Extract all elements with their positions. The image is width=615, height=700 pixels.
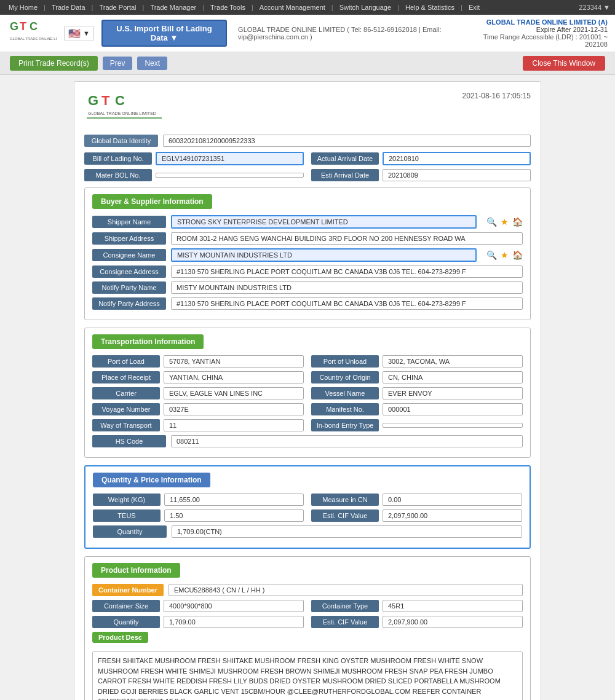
nav-exit[interactable]: Exit <box>465 4 483 11</box>
print-button-top[interactable]: Print Trade Record(s) <box>10 56 98 71</box>
account-expire: Expire After 2021-12-31 <box>482 26 608 33</box>
consignee-address-label: Consignee Address <box>92 265 166 278</box>
global-data-identity-value: 60032021081200009522333 <box>163 135 531 147</box>
global-data-identity-label: Global Data Identity <box>84 135 158 147</box>
buyer-supplier-section: Buyer & Supplier Information Shipper Nam… <box>84 187 531 320</box>
place-of-receipt-value: YANTIAN, CHINA <box>164 371 304 383</box>
port-of-unload-label: Port of Unload <box>311 355 379 368</box>
nav-trade-portal[interactable]: Trade Portal <box>95 4 140 11</box>
shipper-search-icon[interactable]: 🔍 <box>486 217 497 227</box>
product-quantity-value: 1,709.00 <box>164 616 304 628</box>
svg-text:C: C <box>30 20 38 33</box>
esti-cif-value: 2,097,900.00 <box>383 509 522 522</box>
prev-button-top[interactable]: Prev <box>103 57 133 70</box>
product-esti-cif-label: Esti. CIF Value <box>311 616 379 628</box>
voyage-number-label: Voyage Number <box>92 403 160 415</box>
mater-bol-col: Mater BOL No. <box>84 169 304 181</box>
way-of-transport-value: 11 <box>164 419 304 431</box>
consignee-name-row: Consignee Name MISTY MOUNTAIN INDUSTRIES… <box>92 248 523 262</box>
teus-cif-row: TEUS 1.50 Esti. CIF Value 2,097,900.00 <box>93 509 522 522</box>
product-qty-cif-row: Quantity 1,709.00 Esti. CIF Value 2,097,… <box>92 616 523 628</box>
esti-arrival-col: Esti Arrival Date 20210809 <box>311 169 531 181</box>
container-number-value: EMCU5288843 ( CN / L / HH ) <box>169 584 523 596</box>
voyage-manifest-row: Voyage Number 0327E Manifest No. 000001 <box>92 403 523 415</box>
notify-party-address-value: #1130 570 SHERLING PLACE PORT COQUITLAM … <box>171 297 523 310</box>
carrier-value: EGLV, EAGLE VAN LINES INC <box>164 387 304 399</box>
carrier-label: Carrier <box>92 387 160 399</box>
nav-my-home[interactable]: My Home <box>5 4 41 11</box>
consignee-home-icon[interactable]: 🏠 <box>512 250 523 260</box>
notify-party-address-row: Notify Party Address #1130 570 SHERLING … <box>92 297 523 310</box>
nav-help-statistics[interactable]: Help & Statistics <box>402 4 458 11</box>
account-time-range: Time Range Accessible (LDR) : 201001 ~ 2… <box>482 33 608 48</box>
buyer-supplier-header: Buyer & Supplier Information <box>92 194 212 209</box>
consignee-address-value: #1130 570 SHERLING PLACE PORT COQUITLAM … <box>171 265 523 278</box>
hs-code-row: HS Code 080211 <box>92 435 523 447</box>
shipper-address-row: Shipper Address ROOM 301-2 HANG SENG WAN… <box>92 232 523 245</box>
in-bond-entry-type-label: In-bond Entry Type <box>311 419 379 431</box>
svg-text:G: G <box>88 93 98 108</box>
consignee-search-icon[interactable]: 🔍 <box>486 250 497 260</box>
manifest-no-value: 000001 <box>383 403 523 415</box>
vessel-name-label: Vessel Name <box>311 387 379 399</box>
language-dropdown-arrow: ▼ <box>83 29 90 37</box>
port-of-load-label: Port of Load <box>92 355 160 368</box>
voyage-number-value: 0327E <box>164 403 304 415</box>
consignee-star-icon[interactable]: ★ <box>501 250 509 260</box>
shipper-address-label: Shipper Address <box>92 232 166 245</box>
teus-value: 1.50 <box>164 509 304 522</box>
manifest-no-label: Manifest No. <box>311 403 379 415</box>
mater-bol-esti-row: Mater BOL No. Esti Arrival Date 20210809 <box>84 169 531 181</box>
product-section: Product Information Container Number EMC… <box>84 556 531 700</box>
card-logo: G T C GLOBAL TRADE ONLINE LIMITED <box>84 92 164 127</box>
svg-text:GLOBAL TRADE ONLINE LIMITED: GLOBAL TRADE ONLINE LIMITED <box>88 111 156 116</box>
nav-trade-data[interactable]: Trade Data <box>48 4 89 11</box>
header-bar: G T C GLOBAL TRADE ONLINE LIMITED 🇺🇸 ▼ U… <box>0 15 615 52</box>
record-date: 2021-08-16 17:05:15 <box>462 92 531 100</box>
product-quantity-label: Quantity <box>92 616 160 628</box>
container-size-label: Container Size <box>92 600 160 612</box>
bill-of-lading-label: Bill of Lading No. <box>84 152 152 165</box>
nav-switch-language[interactable]: Switch Language <box>336 4 395 11</box>
weight-label: Weight (KG) <box>93 494 161 506</box>
shipper-star-icon[interactable]: ★ <box>501 217 509 227</box>
service-selector-button[interactable]: U.S. Import Bill of Lading Data ▼ <box>101 20 227 47</box>
measure-cn-label: Measure in CN <box>311 494 379 506</box>
carrier-vessel-row: Carrier EGLV, EAGLE VAN LINES INC Vessel… <box>92 387 523 399</box>
hs-code-value: 080211 <box>171 435 523 447</box>
quantity-label: Quantity <box>93 525 167 538</box>
container-size-type-row: Container Size 4000*900*800 Container Ty… <box>92 600 523 612</box>
language-selector[interactable]: 🇺🇸 ▼ <box>64 26 94 41</box>
esti-arrival-value: 20210809 <box>383 169 531 181</box>
product-desc-value: FRESH SHIITAKE MUSHROOM FRESH SHIITAKE M… <box>92 651 523 700</box>
close-button-top[interactable]: Close This Window <box>523 56 605 71</box>
svg-text:GLOBAL TRADE ONLINE LIMITED: GLOBAL TRADE ONLINE LIMITED <box>10 37 57 41</box>
svg-text:T: T <box>20 20 26 33</box>
shipper-name-actions: 🔍 ★ 🏠 <box>486 217 523 227</box>
transportation-header: Transportation Information <box>92 334 204 349</box>
notify-party-address-label: Notify Party Address <box>92 297 166 310</box>
quantity-price-header: Quantity & Price Information <box>93 473 210 487</box>
global-data-identity-row: Global Data Identity 6003202108120000952… <box>84 135 531 147</box>
nav-account-management[interactable]: Account Management <box>256 4 329 11</box>
transportation-section: Transportation Information Port of Load … <box>84 328 531 458</box>
shipper-home-icon[interactable]: 🏠 <box>512 217 523 227</box>
container-type-value: 45R1 <box>383 600 523 612</box>
card-header: G T C GLOBAL TRADE ONLINE LIMITED 2021-0… <box>84 92 531 127</box>
container-size-value: 4000*900*800 <box>164 600 304 612</box>
container-number-button[interactable]: Container Number <box>92 584 164 596</box>
nav-trade-tools[interactable]: Trade Tools <box>207 4 249 11</box>
quantity-price-section: Quantity & Price Information Weight (KG)… <box>84 465 531 549</box>
shipper-name-label: Shipper Name <box>92 216 166 228</box>
bol-arrival-row: Bill of Lading No. EGLV149107231351 Actu… <box>84 152 531 165</box>
hs-code-label: HS Code <box>92 435 166 447</box>
quantity-value: 1,709.00(CTN) <box>172 525 522 538</box>
way-of-transport-inbond-row: Way of Transport 11 In-bond Entry Type <box>92 419 523 431</box>
next-button-top[interactable]: Next <box>137 57 167 70</box>
nav-trade-manager[interactable]: Trade Manager <box>146 4 200 11</box>
notify-party-name-row: Notify Party Name MISTY MOUNTAIN INDUSTR… <box>92 281 523 294</box>
teus-label: TEUS <box>93 509 161 522</box>
logo-area: G T C GLOBAL TRADE ONLINE LIMITED <box>7 20 57 47</box>
notify-party-name-label: Notify Party Name <box>92 281 166 294</box>
contact-info: GLOBAL TRADE ONLINE LIMITED ( Tel: 86-51… <box>238 26 474 41</box>
